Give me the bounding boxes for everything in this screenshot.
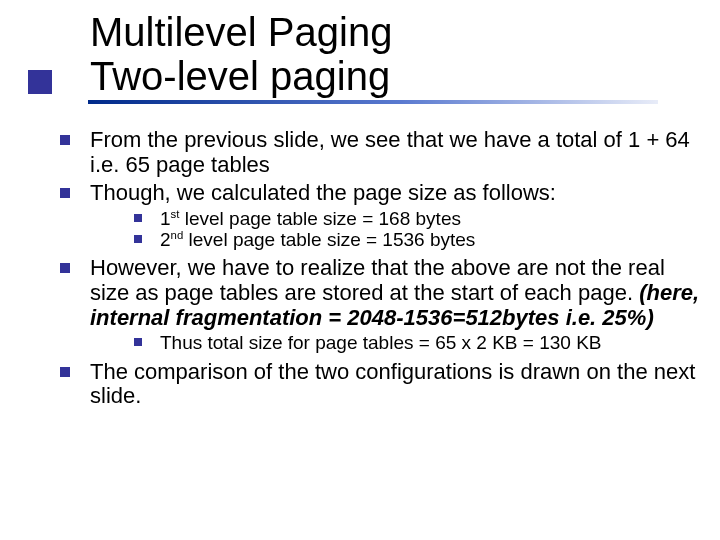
bullet-3-sub-1: Thus total size for page tables = 65 x 2…: [134, 332, 700, 353]
bullet-1-text: From the previous slide, we see that we …: [90, 127, 690, 177]
title-block: Multilevel Paging Two-level paging: [90, 10, 700, 104]
bullet-4-text: The comparison of the two configurations…: [90, 359, 695, 409]
title-line-1: Multilevel Paging: [90, 10, 700, 54]
bullet-4: The comparison of the two configurations…: [60, 360, 700, 409]
title-line-2: Two-level paging: [90, 54, 700, 98]
bullet-2-sub-1-prefix: 1: [160, 208, 171, 229]
bullet-3: However, we have to realize that the abo…: [60, 256, 700, 353]
title-underline: [88, 100, 658, 104]
bullet-2-sublist: 1st level page table size = 168 bytes 2n…: [90, 208, 700, 251]
bullet-3-text: However, we have to realize that the abo…: [90, 255, 665, 305]
bullet-2: Though, we calculated the page size as f…: [60, 181, 700, 250]
accent-square-icon: [28, 70, 52, 94]
bullet-2-sub-2-prefix: 2: [160, 229, 171, 250]
bullet-2-text: Though, we calculated the page size as f…: [90, 180, 556, 205]
bullet-3-sublist: Thus total size for page tables = 65 x 2…: [90, 332, 700, 353]
bullet-1: From the previous slide, we see that we …: [60, 128, 700, 177]
slide: Multilevel Paging Two-level paging From …: [0, 0, 720, 540]
bullet-2-sub-1: 1st level page table size = 168 bytes: [134, 208, 700, 229]
bullet-list: From the previous slide, we see that we …: [20, 128, 700, 409]
body-content: From the previous slide, we see that we …: [20, 128, 700, 409]
bullet-2-sub-1-rest: level page table size = 168 bytes: [179, 208, 461, 229]
bullet-3-sub-1-text: Thus total size for page tables = 65 x 2…: [160, 332, 602, 353]
bullet-2-sub-2: 2nd level page table size = 1536 bytes: [134, 229, 700, 250]
bullet-2-sub-2-sup: nd: [171, 229, 184, 241]
bullet-2-sub-2-rest: level page table size = 1536 bytes: [183, 229, 475, 250]
